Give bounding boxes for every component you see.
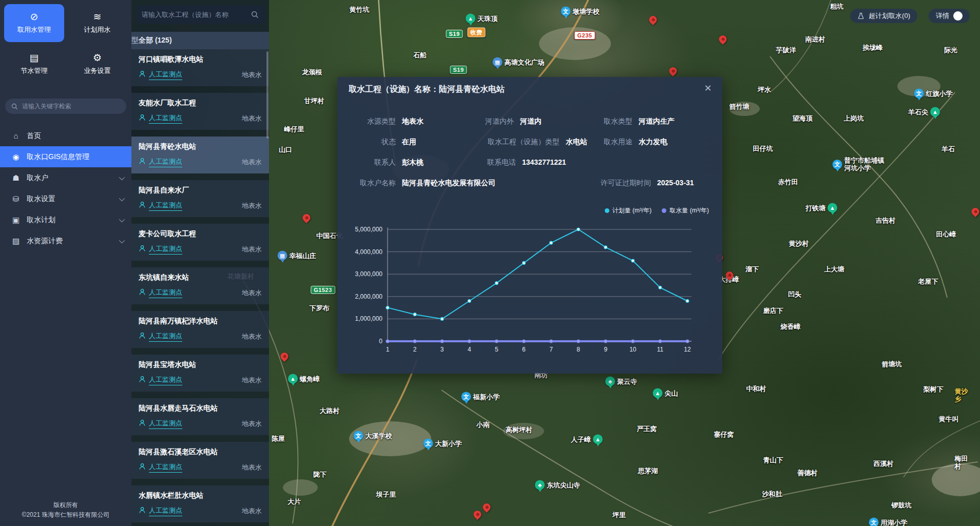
facility-name: 陆河县青砼水电站 <box>139 142 262 151</box>
water-source-type: 地表水 <box>242 288 262 298</box>
water-source-type: 地表水 <box>242 70 262 80</box>
pin-icon <box>717 34 728 45</box>
sidebar-item-取水计划[interactable]: ▣取水计划 <box>0 209 131 230</box>
detail-toggle[interactable]: 详情 <box>929 9 970 23</box>
billing-icon: ▨ <box>11 237 21 246</box>
chevron-down-icon[interactable] <box>119 195 125 201</box>
list-scrollbar[interactable] <box>266 51 268 139</box>
facility-name: 陆河县自来水厂 <box>139 186 262 195</box>
gis-pin-icon: ◉ <box>11 152 21 162</box>
route-shield: G1523 <box>311 286 335 294</box>
module-tile-计划用水[interactable]: ≋计划用水 <box>67 4 127 42</box>
business-settings-icon: ⚙ <box>93 53 102 63</box>
monitor-type-link[interactable]: 人工监测点 <box>149 332 182 342</box>
list-item[interactable]: 陆河县水唇走马石水电站人工监测点地表水 <box>131 398 269 435</box>
list-item[interactable]: 友能水厂取水工程人工监测点地表水 <box>131 93 269 130</box>
intake-map-pin[interactable] <box>719 35 727 46</box>
plan-icon: ▣ <box>11 216 21 225</box>
detail-toggle-label: 详情 <box>936 11 949 21</box>
pin-icon <box>279 351 290 362</box>
water-source-type: 地表水 <box>242 245 262 254</box>
monitor-type-link[interactable]: 人工监测点 <box>149 201 182 211</box>
monitor-type-link[interactable]: 人工监测点 <box>149 288 182 298</box>
pin-icon <box>472 509 483 520</box>
list-item[interactable]: 麦卡公司取水工程人工监测点地表水 <box>131 224 269 261</box>
person-icon <box>139 70 146 80</box>
intake-map-pin[interactable] <box>971 207 980 219</box>
chevron-down-icon[interactable] <box>119 216 125 222</box>
monitor-type-link[interactable]: 人工监测点 <box>149 157 182 167</box>
toggle-knob-icon[interactable] <box>953 11 963 21</box>
sidebar-item-首页[interactable]: ⌂首页 <box>0 125 131 146</box>
module-tile-label: 取用水管理 <box>17 25 51 34</box>
person-icon <box>139 158 146 167</box>
list-item[interactable]: 陆河县青砼水电站人工监测点地表水 <box>131 137 269 173</box>
sidebar-item-取水户[interactable]: ☗取水户 <box>0 167 131 188</box>
intake-map-pin[interactable] <box>473 510 482 521</box>
svg-text:1,000,000: 1,000,000 <box>355 315 383 322</box>
facility-meta-row: 人工监测点地表水 <box>139 288 262 298</box>
monitor-type-link[interactable]: 人工监测点 <box>149 506 182 516</box>
list-item[interactable]: 河口镇唱歌潭水电站人工监测点地表水 <box>131 49 269 86</box>
module-tile-label: 业务设置 <box>84 66 111 75</box>
facility-search-input[interactable] <box>142 11 247 18</box>
over-plan-intake-button[interactable]: 超计划取水(0) <box>850 9 917 23</box>
intake-map-pin[interactable] <box>483 503 491 514</box>
monitor-type-link[interactable]: 人工监测点 <box>149 244 182 255</box>
facility-meta-row: 人工监测点地表水 <box>139 462 262 473</box>
sidebar-item-label: 取水计划 <box>27 216 113 225</box>
search-icon[interactable] <box>251 11 259 18</box>
pin-icon <box>301 212 312 223</box>
facility-meta-row: 人工监测点地表水 <box>139 157 262 167</box>
monitor-type-link[interactable]: 人工监测点 <box>149 375 182 385</box>
monitor-type-link[interactable]: 人工监测点 <box>149 419 182 429</box>
person-icon <box>139 288 146 298</box>
person-icon <box>139 419 146 428</box>
intake-map-pin[interactable] <box>725 271 734 282</box>
intake-map-pin[interactable] <box>649 15 658 27</box>
facility-meta-row: 人工监测点地表水 <box>139 244 262 255</box>
facility-name: 麦卡公司取水工程 <box>139 229 262 239</box>
svg-text:6: 6 <box>522 346 526 353</box>
svg-text:8: 8 <box>577 346 580 353</box>
copyright-footer: 版权所有 ©2021 珠海市仁智科技有限公司 <box>0 500 131 526</box>
list-item[interactable]: 陆河县南万镇杞洋水电站人工监测点地表水 <box>131 311 269 348</box>
module-tile-业务设置[interactable]: ⚙业务设置 <box>67 45 127 83</box>
water-source-type: 地表水 <box>242 419 262 428</box>
route-shield: G235 <box>574 31 595 40</box>
facility-list-panel: 水源类型 全部 (125) 河口镇唱歌潭水电站人工监测点地表水友能水厂取水工程人… <box>131 0 269 526</box>
sidebar-item-取水口GIS信息管理[interactable]: ◉取水口GIS信息管理 <box>0 146 131 167</box>
facility-name: 友能水厂取水工程 <box>139 99 262 108</box>
intake-map-pin[interactable] <box>302 213 311 225</box>
list-item[interactable]: 陆河县自来水厂人工监测点地表水 <box>131 180 269 217</box>
module-tile-节水管理[interactable]: ▤节水管理 <box>4 45 64 83</box>
search-icon <box>11 103 18 110</box>
list-item[interactable]: 东坑镇自来水站人工监测点地表水 <box>131 267 269 304</box>
pin-icon <box>970 206 980 217</box>
water-source-type: 地表水 <box>242 376 262 385</box>
plan-water-icon: ≋ <box>93 12 102 22</box>
list-item[interactable]: 水唇镇水栏肚水电站人工监测点地表水 <box>131 485 269 522</box>
module-tile-取用水管理[interactable]: ⊘取用水管理 <box>4 4 64 42</box>
sidebar-search-box <box>5 99 126 114</box>
sidebar-search-input[interactable] <box>22 103 120 110</box>
sidebar-item-label: 取水口GIS信息管理 <box>27 152 123 162</box>
flask-icon <box>857 12 864 20</box>
copyright-line2: ©2021 珠海市仁智科技有限公司 <box>0 510 131 520</box>
list-item[interactable]: 陆河县激石溪老区水电站人工监测点地表水 <box>131 442 269 479</box>
monitor-type-link[interactable]: 人工监测点 <box>149 70 182 80</box>
monitor-type-link[interactable]: 人工监测点 <box>149 113 182 124</box>
sidebar-item-取水设置[interactable]: ⛁取水设置 <box>0 188 131 209</box>
facility-detail-modal: 取水工程（设施）名称：陆河县青砼水电站 ✕ 水源类型地表水河道内外河道内取水类型… <box>337 77 722 374</box>
monitor-type-link[interactable]: 人工监测点 <box>149 462 182 473</box>
svg-text:3,000,000: 3,000,000 <box>355 270 383 278</box>
sidebar-item-水资源计费[interactable]: ▨水资源计费 <box>0 230 131 251</box>
intake-map-pin[interactable] <box>280 352 289 363</box>
person-icon <box>139 376 146 385</box>
intake-map-pin[interactable] <box>669 67 678 78</box>
chevron-down-icon[interactable] <box>119 237 125 243</box>
list-item[interactable]: 陆河县宝塔水电站人工监测点地表水 <box>131 355 269 392</box>
facility-search-box <box>137 5 264 24</box>
filter-value-dropdown[interactable]: 全部 (125) <box>139 36 172 45</box>
chevron-down-icon[interactable] <box>119 174 125 180</box>
